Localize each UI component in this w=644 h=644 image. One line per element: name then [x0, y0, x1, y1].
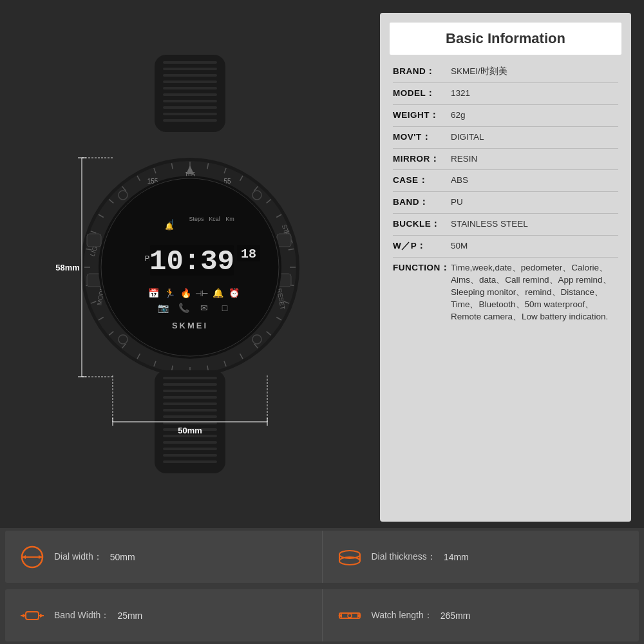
- info-row-label: FUNCTION：: [393, 262, 451, 274]
- svg-point-131: [348, 614, 352, 618]
- svg-rect-61: [277, 234, 291, 247]
- svg-point-65: [118, 191, 128, 200]
- watch-length-label: Watch length：: [372, 610, 433, 621]
- svg-rect-59: [87, 234, 101, 247]
- svg-text:Km: Km: [225, 216, 234, 222]
- svg-rect-8: [163, 106, 217, 109]
- info-row-value: PU: [451, 196, 618, 209]
- svg-rect-7: [163, 100, 217, 102]
- info-row-value: DIGITAL: [451, 131, 618, 144]
- info-row-label: BRAND：: [393, 66, 451, 78]
- svg-rect-6: [163, 93, 217, 96]
- info-row-value: SKMEI/时刻美: [451, 66, 618, 78]
- svg-rect-104: [163, 460, 217, 463]
- svg-rect-5: [163, 87, 217, 90]
- watch-length-icon: [336, 601, 364, 630]
- band-width-icon: [18, 601, 46, 630]
- svg-rect-96: [163, 409, 217, 412]
- info-row: WEIGHT：62g: [393, 105, 618, 127]
- svg-text:Steps: Steps: [189, 216, 204, 222]
- spec-cell-watch-length: Watch length： 265mm: [323, 589, 639, 641]
- svg-text:🔔: 🔔: [165, 222, 174, 231]
- info-row-label: MODEL：: [393, 88, 451, 100]
- svg-rect-92: [163, 383, 217, 386]
- main-container: 105 55 101 155 145 LIGHT START MODE RESE…: [0, 0, 644, 644]
- info-row-value: ABS: [451, 175, 618, 187]
- info-row-value: STAINLESS STEEL: [451, 218, 618, 231]
- svg-text:Kcal: Kcal: [209, 216, 220, 222]
- dial-width-icon: [18, 543, 46, 571]
- svg-text:🏃: 🏃: [164, 288, 176, 299]
- info-panel: Basic Information BRAND：SKMEI/时刻美MODEL：1…: [380, 13, 631, 522]
- svg-rect-4: [163, 80, 217, 83]
- svg-point-66: [118, 335, 128, 344]
- svg-rect-95: [163, 402, 217, 405]
- svg-text:⊣⊢: ⊣⊢: [195, 289, 208, 298]
- info-row-label: MOV'T：: [393, 131, 451, 144]
- svg-text:🔥: 🔥: [180, 288, 192, 299]
- svg-text:10:39: 10:39: [149, 245, 234, 278]
- svg-text:58mm: 58mm: [55, 263, 80, 272]
- info-row: FUNCTION：Time,week,date、pedometer、Calori…: [393, 258, 618, 327]
- band-width-label: Band Width：: [54, 610, 109, 621]
- svg-rect-98: [163, 422, 217, 424]
- spec-cell-band-width: Band Width： 25mm: [5, 589, 323, 641]
- spec-row-bottom: Band Width： 25mm Watch length： 265mm: [5, 589, 639, 641]
- svg-text:⏰: ⏰: [229, 288, 240, 299]
- info-row: BAND：PU: [393, 192, 618, 214]
- info-row: MOV'T：DIGITAL: [393, 127, 618, 149]
- svg-rect-93: [163, 390, 217, 392]
- svg-rect-91: [163, 377, 217, 379]
- spec-cell-dial-width: Dial width： 50mm: [5, 531, 323, 583]
- watch-area: 105 55 101 155 145 LIGHT START MODE RESE…: [13, 13, 367, 522]
- spec-row-top: Dial width： 50mm Dial thickness： 14mm: [5, 531, 639, 583]
- svg-text:□: □: [222, 303, 228, 313]
- info-rows: BRAND：SKMEI/时刻美MODEL：1321WEIGHT：62gMOV'T…: [380, 55, 631, 522]
- info-row: W／P：50M: [393, 236, 618, 258]
- svg-text:✉: ✉: [200, 303, 208, 313]
- dial-thickness-label: Dial thickness：: [372, 551, 436, 563]
- svg-rect-103: [163, 454, 217, 457]
- info-row-value: Time,week,date、pedometer、Calorie、Aims、da…: [451, 262, 618, 323]
- info-row-value: 50M: [451, 240, 618, 252]
- svg-text:🔔: 🔔: [213, 288, 224, 299]
- dial-thickness-value: 14mm: [444, 552, 469, 562]
- info-row-value: 62g: [451, 109, 618, 122]
- info-row: MIRROR：RESIN: [393, 149, 618, 171]
- band-width-value: 25mm: [117, 611, 142, 621]
- info-title: Basic Information: [390, 23, 621, 55]
- svg-rect-3: [163, 74, 217, 77]
- info-row-label: CASE：: [393, 175, 451, 187]
- svg-text:18: 18: [241, 247, 256, 261]
- spec-cell-dial-thickness: Dial thickness： 14mm: [323, 531, 639, 583]
- svg-rect-9: [163, 113, 217, 115]
- info-row-label: W／P：: [393, 240, 451, 252]
- svg-rect-125: [26, 612, 39, 620]
- svg-marker-129: [40, 614, 44, 618]
- svg-point-67: [252, 191, 261, 200]
- watch-length-value: 265mm: [440, 611, 471, 621]
- svg-rect-2: [163, 68, 217, 70]
- svg-rect-97: [163, 415, 217, 418]
- svg-marker-128: [21, 614, 24, 618]
- top-section: 105 55 101 155 145 LIGHT START MODE RESE…: [0, 0, 644, 528]
- info-row-label: MIRROR：: [393, 153, 451, 166]
- info-row-value: 1321: [451, 88, 618, 100]
- dial-width-value: 50mm: [110, 552, 135, 562]
- svg-text:SKMEI: SKMEI: [172, 321, 208, 330]
- info-row-value: RESIN: [451, 153, 618, 166]
- svg-text:50mm: 50mm: [178, 426, 202, 435]
- info-row-label: WEIGHT：: [393, 109, 451, 122]
- svg-rect-1: [163, 61, 217, 64]
- svg-rect-94: [163, 396, 217, 399]
- info-row-label: BUCKLE：: [393, 218, 451, 231]
- svg-text:📅: 📅: [148, 288, 160, 299]
- svg-rect-10: [163, 119, 217, 122]
- dial-thickness-icon: [336, 543, 364, 571]
- info-row: CASE：ABS: [393, 170, 618, 192]
- svg-point-68: [252, 335, 261, 344]
- svg-rect-101: [163, 441, 217, 444]
- info-row: BUCKLE：STAINLESS STEEL: [393, 214, 618, 236]
- info-row: MODEL：1321: [393, 83, 618, 105]
- watch-illustration: 105 55 101 155 145 LIGHT START MODE RESE…: [55, 48, 325, 486]
